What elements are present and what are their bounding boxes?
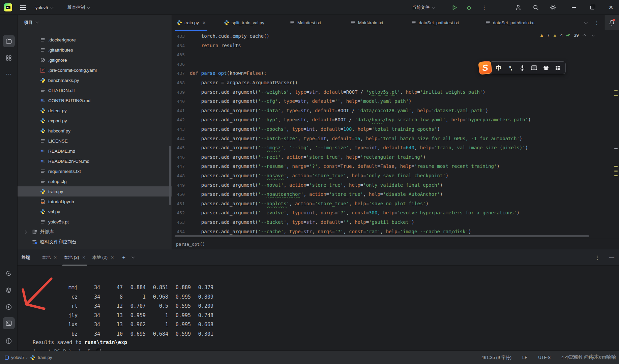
notifications-button[interactable] bbox=[604, 15, 619, 30]
terminal-tab-本地[interactable]: 本地✕ bbox=[38, 249, 60, 266]
tree-item-requirements-txt[interactable]: requirements.txt bbox=[18, 166, 172, 176]
punctuation-icon[interactable]: °‚ bbox=[507, 65, 514, 71]
tree-item-hubconf-py[interactable]: hubconf.py bbox=[18, 126, 172, 136]
close-terminal-tab-icon[interactable]: ✕ bbox=[111, 255, 114, 260]
terminal-options-kebab-icon[interactable]: ⋮ bbox=[595, 254, 600, 261]
close-tab-icon[interactable]: ✕ bbox=[202, 20, 206, 25]
editor-breadcrumbs[interactable]: parse_opt() bbox=[172, 239, 619, 249]
tree-item-tutorial-ipynb[interactable]: tutorial.ipynb bbox=[18, 196, 172, 207]
tree-item-readme-md[interactable]: M↓README.md bbox=[18, 146, 172, 156]
tab-options-kebab-icon[interactable]: ⋮ bbox=[594, 20, 599, 26]
tree-item-val-py[interactable]: val.py bbox=[18, 207, 172, 217]
new-terminal-tab-button[interactable]: + bbox=[122, 254, 125, 261]
more-tool-windows-button[interactable]: ⋯ bbox=[3, 68, 15, 80]
tree-item-yolov5s-pt[interactable]: yolov5s.pt bbox=[18, 217, 172, 227]
tree-item-detect-py[interactable]: detect.py bbox=[18, 105, 172, 116]
tree-item-train-py[interactable]: train.py bbox=[18, 186, 172, 196]
tree-item-readme-zh-cn-md[interactable]: M↓README.zh-CN.md bbox=[18, 156, 172, 166]
tree-item-gitignore[interactable]: .gitignore bbox=[18, 55, 172, 65]
editor-tab-train-py[interactable]: train.py✕ bbox=[175, 15, 207, 30]
statusbar-widget-461-35-9-字符[interactable]: 461:35 (9 字符) bbox=[481, 355, 511, 361]
keyboard-icon[interactable] bbox=[531, 65, 537, 70]
terminal-tab-dropdown-chevron-icon[interactable] bbox=[131, 255, 135, 259]
tree-item-setup-cfg[interactable]: setup.cfg bbox=[18, 176, 172, 186]
lines-file-icon bbox=[290, 20, 295, 25]
tree-item-label: tutorial.ipynb bbox=[48, 199, 74, 204]
tree-item-label: .gitignore bbox=[48, 58, 67, 63]
tree-item-export-py[interactable]: export.py bbox=[18, 116, 172, 126]
microphone-icon[interactable] bbox=[519, 65, 526, 71]
tool-run-button[interactable] bbox=[3, 301, 15, 313]
tree-item-临时文件和控制台[interactable]: 临时文件和控制台 bbox=[18, 237, 172, 247]
hide-terminal-button[interactable]: — bbox=[609, 254, 614, 261]
restore-window-button[interactable] bbox=[585, 0, 599, 15]
prev-problem-chevron-icon[interactable] bbox=[583, 34, 586, 37]
editor-tab-main-train-txt[interactable]: Main\train.txt bbox=[349, 15, 384, 30]
editor-tab-main-test-txt[interactable]: Main\test.txt bbox=[288, 15, 322, 30]
statusbar-widget-utf-8[interactable]: UTF-8 bbox=[538, 355, 551, 360]
project-widget[interactable]: yolov5 bbox=[35, 0, 53, 15]
project-panel-header[interactable]: 项目 bbox=[18, 15, 172, 30]
hidden-tabs-chevron-icon[interactable] bbox=[584, 21, 588, 24]
breadcrumb-file[interactable]: train.py bbox=[38, 355, 52, 360]
tree-item-label: detect.py bbox=[48, 108, 67, 113]
project-scrollbar[interactable] bbox=[169, 146, 171, 205]
minimize-window-button[interactable] bbox=[567, 0, 581, 15]
debug-button[interactable] bbox=[466, 0, 472, 15]
editor-tab-dataset-path-train-txt[interactable]: dataSet_path\train.txt bbox=[484, 15, 536, 30]
scrollbar-warning-mark bbox=[614, 166, 618, 167]
more-actions-button[interactable]: ⋮ bbox=[481, 0, 487, 15]
skin-icon[interactable] bbox=[542, 65, 549, 70]
breadcrumb-project[interactable]: yolov5 bbox=[11, 355, 24, 360]
tool-services-button[interactable] bbox=[3, 284, 15, 296]
statusbar-breadcrumb[interactable]: yolov5 › train.py bbox=[0, 355, 52, 360]
tree-item-外部库[interactable]: 外部库 bbox=[18, 227, 172, 237]
project-panel-title: 项目 bbox=[24, 20, 33, 26]
tool-project-button[interactable] bbox=[3, 35, 15, 47]
weak-warning-count[interactable]: 4 bbox=[560, 33, 563, 38]
passed-count[interactable]: 39 bbox=[574, 33, 579, 38]
tree-item-benchmarks-py[interactable]: benchmarks.py bbox=[18, 75, 172, 85]
main-menu-button[interactable] bbox=[20, 0, 26, 15]
close-terminal-tab-icon[interactable]: ✕ bbox=[82, 255, 86, 260]
sogou-logo-icon[interactable]: S bbox=[478, 61, 492, 75]
tree-item-citation-cff[interactable]: CITATION.cff bbox=[18, 85, 172, 95]
code-with-me-button[interactable] bbox=[515, 0, 522, 15]
tree-item-license[interactable]: LICENSE bbox=[18, 136, 172, 146]
terminal-tab-本地-3[interactable]: 本地 (3)✕ bbox=[60, 249, 89, 266]
editor-tab-dataset-path-test-txt[interactable]: dataSet_path\test.txt bbox=[410, 15, 460, 30]
terminal-output[interactable]: mmj34470.8840.8510.8890.379cz34810.9680.… bbox=[18, 266, 619, 351]
tool-terminal-button[interactable] bbox=[3, 317, 15, 329]
tree-item-pre-commit-config-yaml[interactable]: Y.pre-commit-config.yaml bbox=[18, 65, 172, 75]
close-window-button[interactable]: ✕ bbox=[604, 0, 618, 15]
chinese-mode-icon[interactable]: 中 bbox=[495, 64, 502, 72]
search-everywhere-button[interactable] bbox=[533, 0, 539, 15]
run-button[interactable] bbox=[452, 0, 458, 15]
breadcrumb-function[interactable]: parse_opt() bbox=[176, 242, 205, 247]
tree-item-label: README.md bbox=[48, 149, 75, 154]
line-number: 450 bbox=[172, 190, 185, 199]
settings-button[interactable] bbox=[550, 0, 556, 15]
tree-item-gitattributes[interactable]: .gitattributes bbox=[18, 45, 172, 55]
terminal-cell: 0.599 bbox=[168, 330, 191, 339]
tree-item-label: CONTRIBUTING.md bbox=[48, 98, 90, 103]
terminal-cell: 0.684 bbox=[146, 330, 168, 339]
terminal-title: 终端 bbox=[22, 254, 30, 261]
statusbar-widget-lf[interactable]: LF bbox=[522, 355, 527, 360]
editor-horizontal-scrollbar[interactable] bbox=[175, 235, 589, 237]
tab-label: split_train_val.py bbox=[232, 20, 264, 25]
vcs-widget[interactable]: 版本控制 bbox=[67, 0, 89, 15]
chevron-expand-icon[interactable] bbox=[24, 230, 27, 234]
tree-item-contributing-md[interactable]: M↓CONTRIBUTING.md bbox=[18, 95, 172, 105]
tool-python-console-button[interactable] bbox=[3, 267, 15, 279]
terminal-tab-本地-2[interactable]: 本地 (2)✕ bbox=[89, 249, 118, 266]
tool-problems-button[interactable] bbox=[3, 335, 15, 347]
scrollbar-warning-mark bbox=[614, 95, 618, 96]
tree-item-dockerignore[interactable]: .dockerignore bbox=[18, 35, 172, 45]
run-configuration-selector[interactable]: 当前文件 bbox=[412, 0, 434, 15]
tool-structure-button[interactable] bbox=[3, 52, 15, 64]
editor-tab-split-train-val-py[interactable]: split_train_val.py bbox=[223, 15, 266, 30]
warning-count[interactable]: 7 bbox=[547, 33, 550, 38]
close-terminal-tab-icon[interactable]: ✕ bbox=[54, 255, 57, 260]
toolbox-grid-icon[interactable] bbox=[554, 65, 561, 70]
